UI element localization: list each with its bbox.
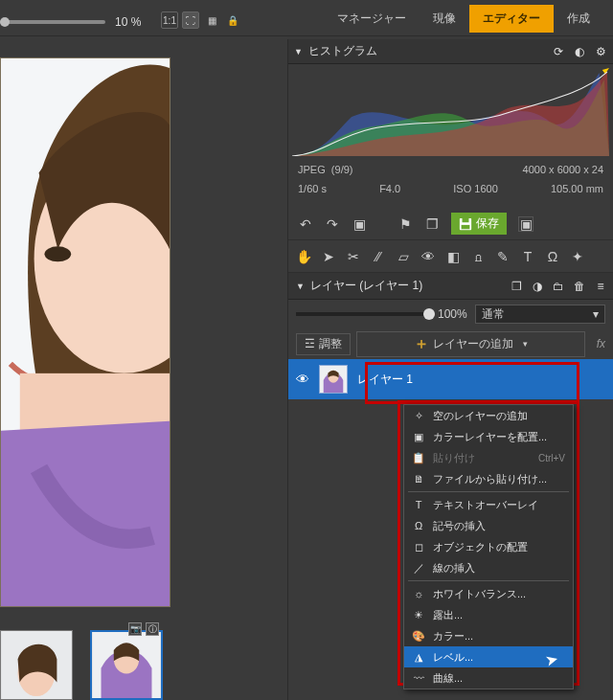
svg-rect-11 xyxy=(463,217,469,221)
menu-levels[interactable]: ◮ レベル... xyxy=(404,646,573,667)
menu-separator xyxy=(408,580,569,581)
menu-color[interactable]: 🎨 カラー... xyxy=(404,625,573,646)
curves-icon: 〰 xyxy=(412,671,425,685)
image-canvas[interactable] xyxy=(0,57,170,607)
opacity-row: 100% 通常 ▾ xyxy=(288,300,613,328)
redo-icon[interactable]: ↷ xyxy=(325,216,340,232)
save-label: 保存 xyxy=(476,215,499,232)
sliders-icon: ☲ xyxy=(305,337,315,350)
brightness-icon: ☀ xyxy=(412,608,425,621)
trash-icon[interactable]: 🗑 xyxy=(573,280,586,293)
omega-icon: Ω xyxy=(412,519,425,532)
index-label: (9/9) xyxy=(331,164,353,175)
add-layer-button[interactable]: ＋ レイヤーの追加 ▾ xyxy=(356,331,585,357)
sun-icon: ☼ xyxy=(412,587,425,600)
eye-tool-icon[interactable]: 👁 xyxy=(420,249,436,264)
menu-exposure[interactable]: ☀ 露出... xyxy=(404,604,573,625)
svg-point-2 xyxy=(44,246,71,261)
collapse-icon: ▼ xyxy=(296,282,305,291)
menu-empty-layer[interactable]: ✧ 空のレイヤーの追加 xyxy=(404,405,573,426)
copy-icon[interactable]: ❐ xyxy=(424,216,440,232)
palette-icon: 🎨 xyxy=(412,629,425,643)
tab-develop[interactable]: 現像 xyxy=(420,5,469,33)
text-icon: T xyxy=(412,498,425,511)
crop-tool-icon[interactable]: ✂ xyxy=(346,249,361,264)
chevron-down-icon: ▾ xyxy=(523,339,528,349)
menu-symbol-insert[interactable]: Ω 記号の挿入 xyxy=(404,515,573,536)
pointer-tool-icon[interactable]: ➤ xyxy=(321,249,336,264)
tool-row: ✋ ➤ ✂ ∕∕ ▱ 👁 ◧ ⩍ ✎ T Ω ✦ xyxy=(288,240,613,273)
swatch-icon: ▣ xyxy=(412,430,425,443)
straighten-tool-icon[interactable]: ∕∕ xyxy=(371,249,386,264)
add-layer-label: レイヤーの追加 xyxy=(433,336,513,352)
menu-paste-file[interactable]: 🗎 ファイルから貼り付け... xyxy=(404,468,573,489)
aperture-label: F4.0 xyxy=(379,183,400,194)
grid-icon[interactable]: ▦ xyxy=(203,11,220,29)
layers-title: レイヤー (レイヤー 1) xyxy=(310,278,422,294)
menu-icon[interactable]: ≡ xyxy=(594,280,607,293)
omega-tool-icon[interactable]: Ω xyxy=(545,249,560,264)
channel-icon[interactable]: ◐ xyxy=(573,45,586,58)
layer-thumbnail xyxy=(319,365,348,394)
sparkle-tool-icon[interactable]: ✦ xyxy=(570,249,585,264)
hand-tool-icon[interactable]: ✋ xyxy=(296,249,311,264)
mask-icon[interactable]: ◑ xyxy=(531,280,544,293)
zoom-slider[interactable] xyxy=(0,20,105,24)
clipboard-icon: 📋 xyxy=(412,451,425,464)
thumbnail-item-active[interactable]: 📷 ⓘ xyxy=(90,630,163,700)
levels-tool-icon[interactable]: ◧ xyxy=(445,249,461,264)
layers-panel-header[interactable]: ▼ レイヤー (レイヤー 1) ❐ ◑ 🗀 🗑 ≡ xyxy=(288,273,613,300)
adjust-label: 調整 xyxy=(319,336,342,352)
tab-editor[interactable]: エディター xyxy=(469,5,554,33)
menu-object-place[interactable]: ◻ オブジェクトの配置 xyxy=(404,536,573,557)
action-row: ↶ ↷ ▣ ⚑ ❐ 保存 ▣ xyxy=(288,208,613,240)
dimensions-label: 4000 x 6000 x 24 xyxy=(523,164,603,175)
gear-icon[interactable]: ⚙ xyxy=(594,45,607,58)
fit-screen-icon[interactable]: ⛶ xyxy=(182,11,199,29)
svg-rect-12 xyxy=(462,224,470,228)
curves-tool-icon[interactable]: ⩍ xyxy=(470,249,486,264)
adjust-button[interactable]: ☲ 調整 xyxy=(296,333,351,355)
menu-line-insert[interactable]: ／ 線の挿入 xyxy=(404,557,573,578)
text-tool-icon[interactable]: T xyxy=(520,249,535,264)
save-button[interactable]: 保存 xyxy=(451,213,507,235)
info-icon[interactable]: ⓘ xyxy=(146,622,159,636)
histogram-title: ヒストグラム xyxy=(308,43,377,59)
image-icon[interactable]: ▣ xyxy=(352,216,367,232)
menu-color-layer[interactable]: ▣ カラーレイヤーを配置... xyxy=(404,426,573,447)
blend-mode-select[interactable]: 通常 ▾ xyxy=(475,305,605,324)
perspective-tool-icon[interactable]: ▱ xyxy=(396,249,411,264)
refresh-icon[interactable]: ⟳ xyxy=(552,45,565,58)
folder-icon[interactable]: 🗀 xyxy=(552,280,565,293)
histogram-panel-header[interactable]: ▼ ヒストグラム ⟳ ◐ ⚙ xyxy=(288,39,613,64)
visibility-eye-icon[interactable]: 👁 xyxy=(296,372,309,387)
menu-white-balance[interactable]: ☼ ホワイトバランス... xyxy=(404,583,573,604)
image-meta-row-2: 1/60 s F4.0 ISO 1600 105.00 mm xyxy=(288,179,613,198)
file-icon: 🗎 xyxy=(412,472,425,485)
fx-label[interactable]: fx xyxy=(597,337,605,350)
heal-tool-icon[interactable]: ✎ xyxy=(495,249,511,264)
add-row: ☲ 調整 ＋ レイヤーの追加 ▾ fx xyxy=(288,328,613,359)
menu-text-overlay[interactable]: T テキストオーバーレイ xyxy=(404,494,573,515)
duplicate-layer-icon[interactable]: ❐ xyxy=(510,280,523,293)
format-label: JPEG xyxy=(298,164,326,175)
tab-manager[interactable]: マネージャー xyxy=(324,5,420,33)
shutter-label: 1/60 s xyxy=(298,183,327,194)
compare-icon[interactable]: ▣ xyxy=(518,216,534,232)
tab-create[interactable]: 作成 xyxy=(554,5,603,33)
menu-curves[interactable]: 〰 曲線... xyxy=(404,667,573,689)
focal-label: 105.00 mm xyxy=(551,183,603,194)
lock-icon[interactable]: 🔒 xyxy=(224,11,241,29)
layer-item[interactable]: 👁 レイヤー 1 xyxy=(288,359,613,399)
mode-tabs: マネージャー 現像 エディター 作成 xyxy=(324,0,603,36)
opacity-slider[interactable] xyxy=(296,312,430,316)
menu-paste: 📋 貼り付け Ctrl+V xyxy=(404,447,573,468)
fit-1to1-icon[interactable]: 1:1 xyxy=(161,11,178,29)
shapes-icon: ◻ xyxy=(412,540,425,553)
flag-icon[interactable]: ⚑ xyxy=(397,216,413,232)
thumbnail-item[interactable] xyxy=(0,630,73,700)
blend-mode-value: 通常 xyxy=(482,306,505,323)
undo-icon[interactable]: ↶ xyxy=(298,216,313,232)
camera-icon: 📷 xyxy=(128,622,142,636)
iso-label: ISO 1600 xyxy=(453,183,497,194)
